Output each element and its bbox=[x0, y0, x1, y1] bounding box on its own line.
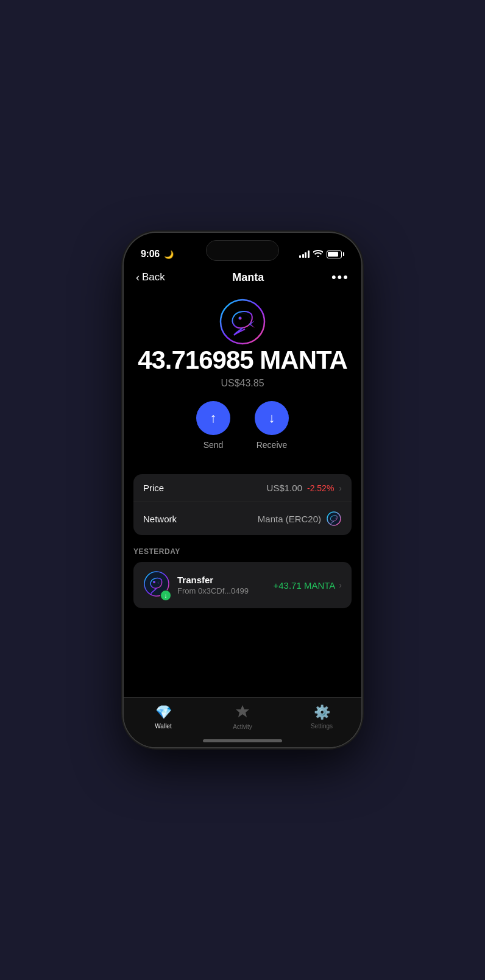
price-value: US$1.00 -2.52% › bbox=[267, 483, 342, 493]
wallet-icon: 💎 bbox=[155, 705, 172, 720]
receive-label: Receive bbox=[257, 440, 288, 450]
screen: 9:06 🌙 bbox=[124, 233, 361, 747]
price-usd: US$1.00 bbox=[267, 483, 302, 493]
header: ‹ Back Manta ••• bbox=[124, 266, 361, 291]
token-logo bbox=[218, 297, 267, 346]
svg-point-1 bbox=[239, 317, 242, 320]
more-button[interactable]: ••• bbox=[331, 271, 349, 284]
back-button[interactable]: ‹ Back bbox=[136, 271, 165, 284]
transaction-amount: +43.71 MANTA › bbox=[273, 580, 342, 591]
token-usd-value: US$43.85 bbox=[221, 378, 264, 389]
network-icon bbox=[326, 511, 342, 527]
network-row[interactable]: Network Manta (ERC20) bbox=[133, 502, 352, 535]
wifi-icon bbox=[313, 249, 323, 259]
network-label: Network bbox=[143, 514, 177, 524]
wallet-tab-label: Wallet bbox=[155, 723, 171, 730]
receive-circle: ↓ bbox=[255, 401, 289, 435]
svg-point-0 bbox=[221, 300, 264, 344]
receive-action[interactable]: ↓ Receive bbox=[255, 401, 289, 450]
back-label: Back bbox=[142, 271, 165, 283]
tab-wallet[interactable]: 💎 Wallet bbox=[124, 705, 203, 730]
back-chevron-icon: ‹ bbox=[136, 271, 140, 284]
info-card: Price US$1.00 -2.52% › Network Manta (ER… bbox=[133, 474, 352, 535]
token-amount: 43.716985 MANTA bbox=[138, 346, 347, 374]
svg-point-3 bbox=[327, 511, 341, 526]
transaction-subtitle: From 0x3CDf...0499 bbox=[177, 586, 266, 595]
transaction-icon-wrap: ↓ bbox=[143, 570, 170, 600]
home-indicator bbox=[203, 739, 282, 742]
battery-icon bbox=[327, 250, 345, 258]
page-title: Manta bbox=[232, 271, 264, 284]
transaction-badge: ↓ bbox=[160, 590, 171, 601]
transaction-chevron-icon: › bbox=[339, 580, 342, 590]
price-row[interactable]: Price US$1.00 -2.52% › bbox=[133, 474, 352, 502]
status-icons bbox=[299, 249, 344, 259]
price-label: Price bbox=[143, 483, 164, 493]
dynamic-island bbox=[206, 240, 279, 261]
token-section: 43.716985 MANTA US$43.85 ↑ Send ↓ bbox=[124, 291, 361, 464]
action-buttons: ↑ Send ↓ Receive bbox=[196, 401, 289, 450]
tab-settings[interactable]: ⚙️ Settings bbox=[282, 705, 361, 730]
network-name: Manta (ERC20) bbox=[258, 514, 321, 524]
phone-frame: 9:06 🌙 bbox=[124, 233, 361, 747]
network-value: Manta (ERC20) bbox=[258, 511, 342, 527]
status-time: 9:06 bbox=[141, 249, 160, 260]
transaction-title: Transfer bbox=[177, 575, 266, 585]
send-circle: ↑ bbox=[196, 401, 230, 435]
receive-badge-icon: ↓ bbox=[165, 592, 168, 599]
amount-value: +43.71 MANTA bbox=[273, 580, 335, 591]
send-label: Send bbox=[204, 440, 224, 450]
activity-section: YESTERDAY bbox=[133, 547, 352, 608]
send-action[interactable]: ↑ Send bbox=[196, 401, 230, 450]
tab-activity[interactable]: Activity bbox=[203, 704, 282, 730]
signal-icon bbox=[299, 250, 310, 258]
transaction-info: Transfer From 0x3CDf...0499 bbox=[177, 575, 266, 595]
moon-icon: 🌙 bbox=[164, 250, 174, 259]
receive-arrow-icon: ↓ bbox=[269, 410, 275, 426]
activity-icon bbox=[236, 704, 249, 721]
settings-tab-label: Settings bbox=[311, 723, 333, 730]
svg-point-7 bbox=[153, 581, 155, 583]
price-change: -2.52% bbox=[307, 483, 334, 493]
transaction-card[interactable]: ↓ Transfer From 0x3CDf...0499 +43.71 MAN… bbox=[133, 562, 352, 608]
svg-marker-8 bbox=[236, 705, 249, 717]
chevron-right-icon: › bbox=[339, 483, 342, 493]
send-arrow-icon: ↑ bbox=[210, 410, 217, 426]
settings-icon: ⚙️ bbox=[314, 705, 330, 720]
main-content: 43.716985 MANTA US$43.85 ↑ Send ↓ bbox=[124, 291, 361, 747]
section-title: YESTERDAY bbox=[133, 547, 352, 556]
activity-tab-label: Activity bbox=[233, 723, 252, 730]
